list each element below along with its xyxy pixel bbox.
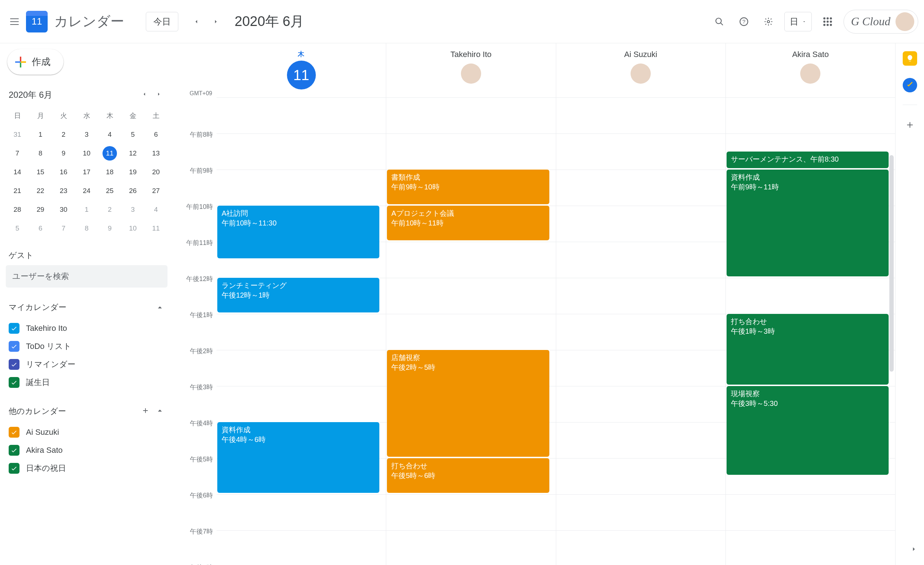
mini-next-button[interactable] bbox=[156, 91, 162, 99]
calendar-item[interactable]: リマインダー bbox=[6, 355, 168, 373]
scrollbar[interactable] bbox=[890, 155, 894, 372]
calendar-event[interactable]: 資料作成午前9時～11時 bbox=[727, 169, 889, 276]
mini-day[interactable]: 31 bbox=[6, 125, 29, 144]
mini-day[interactable]: 3 bbox=[75, 125, 98, 144]
calendar-event[interactable]: 書類作成午前9時～10時 bbox=[387, 169, 549, 204]
mini-day[interactable]: 8 bbox=[29, 144, 52, 163]
guest-search-input[interactable]: ユーザーを検索 bbox=[6, 265, 168, 288]
google-apps-button[interactable] bbox=[819, 13, 836, 30]
calendar-checkbox[interactable] bbox=[9, 359, 20, 370]
view-selector[interactable]: 日 bbox=[784, 12, 812, 31]
mini-day[interactable]: 11 bbox=[144, 219, 168, 238]
create-button[interactable]: 作成 bbox=[7, 49, 63, 75]
account-chip[interactable]: G Cloud bbox=[843, 10, 918, 33]
calendar-checkbox[interactable] bbox=[9, 445, 20, 456]
other-calendars-toggle[interactable]: 他のカレンダー bbox=[6, 406, 168, 417]
mini-day[interactable]: 17 bbox=[75, 163, 98, 181]
calendar-event[interactable]: Aプロジェクト会議午前10時～11時 bbox=[387, 206, 549, 240]
mini-day[interactable]: 27 bbox=[144, 181, 168, 200]
grid-column[interactable] bbox=[556, 97, 726, 565]
add-calendar-button[interactable] bbox=[141, 407, 149, 416]
mini-day[interactable]: 5 bbox=[121, 125, 144, 144]
calendar-event[interactable]: ランチミーティング午後12時～1時 bbox=[217, 278, 380, 312]
calendar-checkbox[interactable] bbox=[9, 427, 20, 438]
mini-day[interactable]: 6 bbox=[144, 125, 168, 144]
mini-day[interactable]: 14 bbox=[6, 163, 29, 181]
mini-day[interactable]: 16 bbox=[52, 163, 75, 181]
settings-button[interactable] bbox=[760, 13, 777, 30]
mini-day[interactable]: 12 bbox=[121, 144, 144, 163]
collapse-panel-button[interactable] bbox=[910, 546, 918, 554]
mini-day[interactable]: 11 bbox=[98, 144, 121, 163]
mini-day[interactable]: 7 bbox=[52, 219, 75, 238]
calendar-item[interactable]: Takehiro Ito bbox=[6, 319, 168, 337]
mini-day[interactable]: 2 bbox=[52, 125, 75, 144]
mini-day[interactable]: 4 bbox=[98, 125, 121, 144]
calendar-checkbox[interactable] bbox=[9, 463, 20, 474]
mini-day[interactable]: 13 bbox=[144, 144, 168, 163]
keep-button[interactable] bbox=[903, 51, 917, 66]
search-button[interactable] bbox=[711, 13, 728, 30]
calendar-item[interactable]: ToDo リスト bbox=[6, 337, 168, 355]
calendar-event[interactable]: サーバーメンテナンス、午前8:30 bbox=[727, 151, 889, 168]
mini-day[interactable]: 22 bbox=[29, 181, 52, 200]
calendar-event[interactable]: 打ち合わせ午後1時～3時 bbox=[727, 314, 889, 385]
mini-day[interactable]: 19 bbox=[121, 163, 144, 181]
mini-day[interactable]: 30 bbox=[52, 200, 75, 219]
calendar-event[interactable]: 店舗視察午後2時～5時 bbox=[387, 350, 549, 457]
grid-column[interactable]: 書類作成午前9時～10時Aプロジェクト会議午前10時～11時店舗視察午後2時～5… bbox=[386, 97, 555, 565]
calendar-event[interactable]: 現場視察午後3時～5:30 bbox=[727, 386, 889, 475]
mini-day[interactable]: 8 bbox=[75, 219, 98, 238]
mini-day[interactable]: 10 bbox=[121, 219, 144, 238]
help-button[interactable]: ? bbox=[735, 13, 753, 30]
mini-day[interactable]: 26 bbox=[121, 181, 144, 200]
mini-day[interactable]: 1 bbox=[75, 200, 98, 219]
mini-day[interactable]: 2 bbox=[98, 200, 121, 219]
mini-day[interactable]: 1 bbox=[29, 125, 52, 144]
tasks-button[interactable] bbox=[903, 78, 917, 92]
person-avatar bbox=[630, 63, 651, 84]
mini-day[interactable]: 21 bbox=[6, 181, 29, 200]
calendar-checkbox[interactable] bbox=[9, 341, 20, 352]
mini-day[interactable]: 29 bbox=[29, 200, 52, 219]
mini-day[interactable]: 7 bbox=[6, 144, 29, 163]
calendar-item[interactable]: Akira Sato bbox=[6, 441, 168, 459]
mini-day[interactable]: 10 bbox=[75, 144, 98, 163]
grid-column[interactable]: A社訪問午前10時～11:30ランチミーティング午後12時～1時資料作成午後4時… bbox=[217, 97, 386, 565]
mini-day[interactable]: 5 bbox=[6, 219, 29, 238]
calendar-event[interactable]: A社訪問午前10時～11:30 bbox=[217, 206, 380, 258]
grid-column[interactable]: サーバーメンテナンス、午前8:30資料作成午前9時～11時打ち合わせ午後1時～3… bbox=[726, 97, 895, 565]
mini-day[interactable]: 9 bbox=[98, 219, 121, 238]
mini-day[interactable]: 15 bbox=[29, 163, 52, 181]
mini-day[interactable]: 18 bbox=[98, 163, 121, 181]
mini-month-label: 2020年 6月 bbox=[9, 89, 52, 100]
mini-day[interactable]: 23 bbox=[52, 181, 75, 200]
calendar-item[interactable]: 日本の祝日 bbox=[6, 459, 168, 477]
calendar-item[interactable]: Ai Suzuki bbox=[6, 423, 168, 441]
next-period-button[interactable] bbox=[208, 14, 224, 30]
mini-day[interactable]: 28 bbox=[6, 200, 29, 219]
addons-button[interactable]: ＋ bbox=[904, 117, 915, 132]
hour-label: 午後8時 bbox=[173, 563, 213, 565]
mini-day[interactable]: 24 bbox=[75, 181, 98, 200]
calendar-item[interactable]: 誕生日 bbox=[6, 373, 168, 391]
main-menu-button[interactable] bbox=[6, 13, 23, 30]
mini-day[interactable]: 6 bbox=[29, 219, 52, 238]
calendar-checkbox[interactable] bbox=[9, 323, 20, 334]
calendar-event[interactable]: 打ち合わせ午後5時～6時 bbox=[387, 458, 549, 493]
today-button[interactable]: 今日 bbox=[146, 12, 178, 31]
time-grid[interactable]: 午前8時午前9時午前10時午前11時午後12時午後1時午後2時午後3時午後4時午… bbox=[173, 97, 895, 565]
day-number[interactable]: 11 bbox=[287, 61, 316, 90]
mini-day[interactable]: 4 bbox=[144, 200, 168, 219]
my-calendars-toggle[interactable]: マイカレンダー bbox=[6, 302, 168, 313]
chevron-right-icon bbox=[156, 91, 162, 97]
mini-day[interactable]: 3 bbox=[121, 200, 144, 219]
prev-period-button[interactable] bbox=[188, 14, 204, 30]
hour-label: 午後12時 bbox=[173, 274, 213, 283]
mini-prev-button[interactable] bbox=[141, 91, 147, 99]
mini-day[interactable]: 20 bbox=[144, 163, 168, 181]
calendar-event[interactable]: 資料作成午後4時～6時 bbox=[217, 422, 380, 493]
mini-day[interactable]: 9 bbox=[52, 144, 75, 163]
mini-day[interactable]: 25 bbox=[98, 181, 121, 200]
calendar-checkbox[interactable] bbox=[9, 377, 20, 388]
